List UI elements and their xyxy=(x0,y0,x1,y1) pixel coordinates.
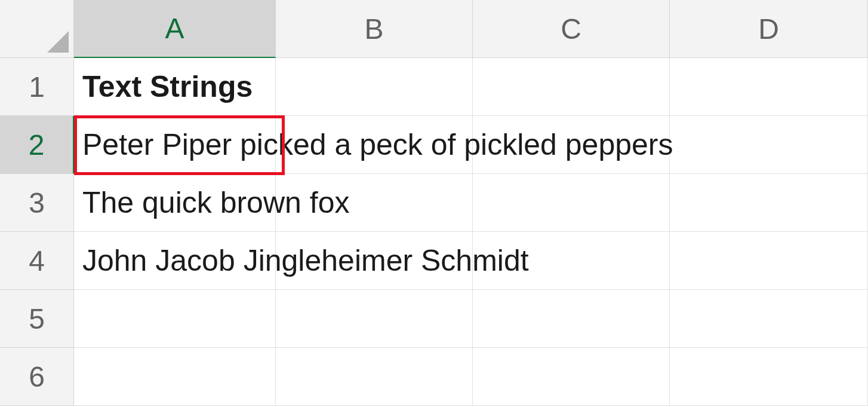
cell-a5[interactable] xyxy=(74,290,276,348)
column-header-c[interactable]: C xyxy=(473,0,670,58)
cell-c2[interactable] xyxy=(473,116,670,174)
cell-c1[interactable] xyxy=(473,58,670,116)
cell-a6[interactable] xyxy=(74,348,276,406)
column-header-a[interactable]: A xyxy=(74,0,276,58)
cell-d1[interactable] xyxy=(670,58,868,116)
cell-c3[interactable] xyxy=(473,174,670,232)
column-header-b[interactable]: B xyxy=(276,0,473,58)
cell-b5[interactable] xyxy=(276,290,473,348)
cell-content: Text Strings xyxy=(82,69,253,104)
cell-a2[interactable]: Peter Piper picked a peck of pickled pep… xyxy=(74,116,276,174)
column-header-d[interactable]: D xyxy=(670,0,868,58)
cell-d6[interactable] xyxy=(670,348,868,406)
cell-a3[interactable]: The quick brown fox xyxy=(74,174,276,232)
cell-b6[interactable] xyxy=(276,348,473,406)
spreadsheet-grid: A B C D 1 Text Strings 2 Peter Piper pic… xyxy=(0,0,868,406)
cell-c5[interactable] xyxy=(473,290,670,348)
cell-c4[interactable] xyxy=(473,232,670,290)
row-header-5[interactable]: 5 xyxy=(0,290,74,348)
cell-b1[interactable] xyxy=(276,58,473,116)
row-header-3[interactable]: 3 xyxy=(0,174,74,232)
cell-c6[interactable] xyxy=(473,348,670,406)
cell-d2[interactable] xyxy=(670,116,868,174)
select-all-corner[interactable] xyxy=(0,0,74,58)
cell-d5[interactable] xyxy=(670,290,868,348)
row-header-2[interactable]: 2 xyxy=(0,116,74,174)
row-header-4[interactable]: 4 xyxy=(0,232,74,290)
cell-b4[interactable] xyxy=(276,232,473,290)
cell-a1[interactable]: Text Strings xyxy=(74,58,276,116)
cell-b2[interactable] xyxy=(276,116,473,174)
cell-b3[interactable] xyxy=(276,174,473,232)
cell-a4[interactable]: John Jacob Jingleheimer Schmidt xyxy=(74,232,276,290)
row-header-1[interactable]: 1 xyxy=(0,58,74,116)
cell-d3[interactable] xyxy=(670,174,868,232)
row-header-6[interactable]: 6 xyxy=(0,348,74,406)
cell-d4[interactable] xyxy=(670,232,868,290)
